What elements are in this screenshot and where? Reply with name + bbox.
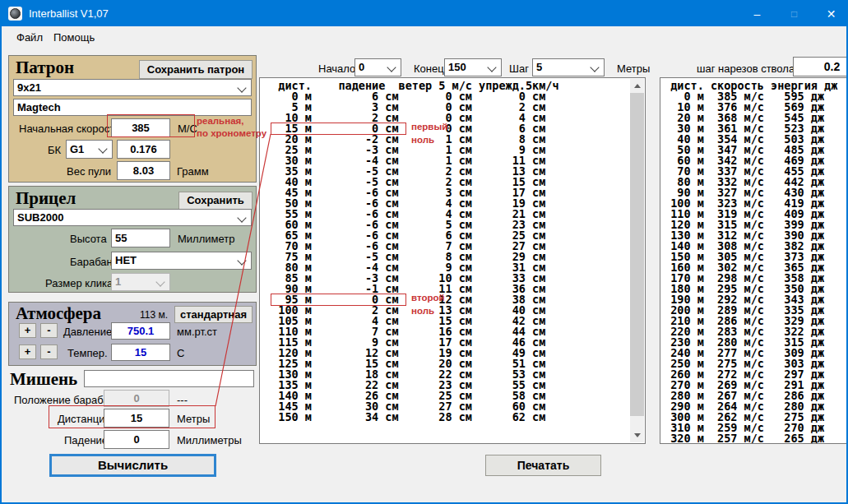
table-row[interactable]: 320 м 257 м/с 265 дж	[664, 433, 848, 444]
caliber-value: 9x21	[17, 81, 41, 94]
scrollbar-thumb[interactable]	[630, 93, 644, 416]
rifling-input[interactable]: 0.2	[793, 57, 848, 76]
maximize-button[interactable]: □	[776, 2, 813, 26]
chevron-down-icon	[237, 256, 246, 265]
pressure-plus-button[interactable]: +	[19, 323, 36, 338]
atmosphere-title: Атмосфера	[16, 303, 101, 324]
pressure-label: Давление	[63, 326, 112, 338]
temp-plus-button[interactable]: +	[19, 344, 36, 359]
drop-label: Падение	[64, 434, 108, 446]
sight-title: Прицел	[16, 188, 76, 209]
bc-label: БК	[48, 144, 61, 156]
sight-panel: Прицел Сохранить SUB2000 Высота 55 Милли…	[8, 186, 257, 293]
temp-minus-button[interactable]: -	[40, 344, 58, 359]
scroll-down-icon[interactable]	[634, 433, 641, 437]
menu-bar: Файл Помощь	[2, 26, 846, 49]
bc-value-input[interactable]: 0.176	[117, 140, 170, 159]
target-name-input[interactable]	[84, 370, 254, 387]
sight-height-label: Высота	[70, 233, 107, 245]
bc-model-select[interactable]: G1	[66, 140, 113, 159]
drop-unit: Миллиметры	[177, 434, 242, 446]
velocity-unit: М/С	[178, 123, 197, 135]
trajectory-listbox[interactable]: дист. падение ветер 5 м/с упрежд.5км/ч 0…	[259, 77, 646, 444]
save-cartridge-button[interactable]: Сохранить патрон	[139, 60, 253, 79]
rifling-label: шаг нарезов ствола	[697, 62, 795, 75]
chevron-down-icon	[237, 83, 246, 92]
bullet-weight-input[interactable]: 8.03	[117, 161, 170, 180]
chevron-down-icon	[155, 277, 165, 286]
sight-height-unit: Миллиметр	[178, 233, 234, 245]
bullet-weight-unit: Грамм	[177, 165, 209, 178]
atmosphere-panel: Атмосфера 113 м. стандартная + - Давлени…	[8, 302, 257, 366]
range-start-value: 0	[359, 61, 364, 73]
bc-model-value: G1	[70, 143, 84, 155]
app-icon	[8, 7, 22, 21]
range-step-label: Шаг	[509, 62, 529, 75]
distance-input[interactable]: 15	[104, 409, 169, 428]
calculate-button[interactable]: Вычислить	[49, 454, 216, 477]
temp-label: Темпер.	[67, 347, 108, 359]
menu-help[interactable]: Помощь	[49, 30, 100, 47]
title-bar: Interballist V1,07 – □ ✕	[2, 2, 846, 26]
scroll-up-icon[interactable]	[634, 84, 641, 88]
click-size-label: Размер клика	[45, 277, 113, 289]
chevron-down-icon	[590, 62, 599, 72]
range-end-value: 150	[448, 61, 466, 73]
drum-position-unit: ---	[177, 394, 188, 406]
menu-file[interactable]: Файл	[12, 30, 48, 47]
drum-position-input: 0	[104, 390, 169, 407]
velocity-input[interactable]: 385	[111, 118, 170, 137]
chevron-down-icon	[387, 62, 396, 72]
chevron-down-icon	[98, 144, 107, 153]
trajectory-scrollbar[interactable]	[630, 79, 644, 442]
range-end-select[interactable]: 150	[444, 58, 502, 76]
bullet-weight-label: Вес пули	[67, 165, 111, 178]
range-start-select[interactable]: 0	[354, 58, 401, 76]
range-step-value: 5	[536, 61, 542, 73]
drum-select[interactable]: НЕТ	[111, 252, 252, 270]
window-title: Interballist V1,07	[29, 7, 109, 20]
caliber-select[interactable]: 9x21	[13, 79, 252, 96]
trajectory-rows: дист. падение ветер 5 м/с упрежд.5км/ч 0…	[260, 78, 645, 443]
click-size-select: 1	[111, 273, 170, 291]
table-row[interactable]: 150 м 34 см 28 см 62 см	[265, 412, 645, 423]
cartridge-panel: Патрон Сохранить патрон 9x21 Magtech Нач…	[8, 55, 257, 183]
minimize-button[interactable]: –	[739, 2, 776, 26]
distance-label: Дистанция	[58, 413, 111, 425]
velocity-label: Начальная скорость	[19, 123, 120, 135]
chevron-down-icon	[237, 213, 246, 222]
cartridge-title: Патрон	[16, 58, 74, 78]
pressure-unit: мм.рт.ст	[177, 326, 217, 338]
target-title: Мишень	[10, 369, 77, 390]
altitude-label: 113 м.	[140, 309, 168, 321]
drop-input[interactable]: 0	[104, 430, 169, 449]
range-step-select[interactable]: 5	[532, 58, 605, 76]
range-end-label: Конец	[414, 62, 444, 75]
range-start-label: Начало	[318, 62, 355, 75]
drum-label: Барабан	[70, 256, 113, 268]
sight-model-value: SUB2000	[17, 211, 63, 224]
click-size-value: 1	[115, 275, 121, 288]
temp-unit: C	[177, 347, 184, 359]
standard-atmosphere-button[interactable]: стандартная	[174, 306, 253, 323]
save-sight-button[interactable]: Сохранить	[178, 192, 253, 210]
temp-input[interactable]: 15	[111, 344, 170, 361]
range-unit-label: Метры	[617, 62, 650, 75]
close-button[interactable]: ✕	[813, 2, 848, 26]
sight-model-select[interactable]: SUB2000	[13, 209, 252, 226]
drum-value: НЕТ	[115, 254, 137, 266]
chevron-down-icon	[487, 62, 496, 72]
velocity-rows: дист. скорость энергия дж 0 м 385 м/с 59…	[660, 78, 848, 443]
app-window: Interballist V1,07 – □ ✕ Файл Помощь Пат…	[0, 0, 848, 504]
print-button[interactable]: Печатать	[485, 455, 601, 476]
pressure-minus-button[interactable]: -	[40, 323, 58, 338]
velocity-listbox[interactable]: дист. скорость энергия дж 0 м 385 м/с 59…	[660, 77, 848, 444]
cartridge-name-input[interactable]: Magtech	[13, 99, 252, 116]
pressure-input[interactable]: 750.1	[111, 322, 170, 340]
sight-height-input[interactable]: 55	[111, 229, 170, 247]
distance-unit: Метры	[177, 413, 210, 425]
